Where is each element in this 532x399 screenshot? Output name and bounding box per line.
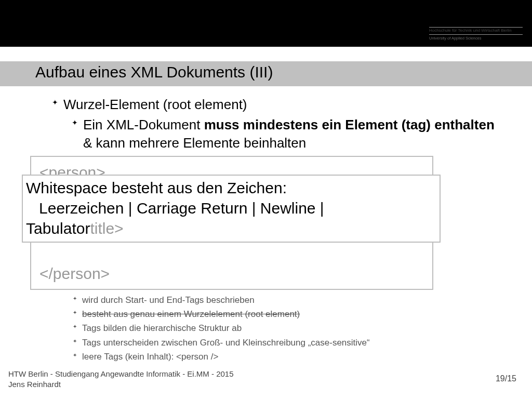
ws-line2: Leerzeichen | Carriage Return | Newline … (26, 198, 436, 218)
slide: htw Hochschule für Technik und Wirtschaf… (0, 0, 532, 399)
bullet-sub1-pre: Ein XML-Dokument (83, 117, 204, 132)
footer-line1: HTW Berlin - Studiengang Angewandte Info… (8, 369, 234, 379)
code-spacer3 (39, 243, 424, 263)
code-line-4: </person> (39, 263, 424, 284)
ws-line1: Whitespace besteht aus den Zeichen: (26, 178, 436, 198)
logo-dot-icon (455, 19, 458, 22)
bullet-sub1: Ein XML-Dokument muss mindestens ein Ele… (72, 116, 499, 152)
small-item-1: wird durch Start- und End-Tags beschrieb… (73, 293, 509, 307)
bullet-root-text: Wurzel-Element (root element) (63, 97, 247, 112)
ws-line3-text: Tabulator (26, 220, 90, 237)
bullet-root: Wurzel-Element (root element) (52, 96, 499, 114)
bullet-sub1-rest: & kann mehrere Elemente beinhalten (83, 135, 306, 151)
ws-line3-wrap: Tabulatortitle> (26, 218, 436, 238)
page-number: 19/15 (496, 374, 516, 383)
logo-sub2: University of Applied Sciences (429, 35, 523, 41)
htw-logo: htw Hochschule für Technik und Wirtschaf… (429, 9, 523, 41)
ws-line3-dim: title> (90, 220, 123, 237)
page-title: Aufbau eines XML Dokuments (III) (35, 63, 273, 81)
small-item-3: Tags bilden die hierarchische Struktur a… (73, 321, 509, 335)
logo-main: htw (429, 9, 523, 26)
logo-text: htw (429, 9, 453, 26)
bullet-sub1-bold: muss mindestens ein Element (tag) enthal… (204, 117, 495, 132)
content-area: Wurzel-Element (root element) Ein XML-Do… (52, 96, 499, 152)
small-bullet-list: wird durch Start- und End-Tags beschrieb… (73, 293, 509, 364)
small-item-5: leere Tags (kein Inhalt): <person /> (73, 350, 509, 364)
small-item-4: Tags unterscheiden zwischen Groß- und Kl… (73, 336, 509, 350)
footer-line2: Jens Reinhardt (8, 379, 234, 390)
footer: HTW Berlin - Studiengang Angewandte Info… (8, 369, 234, 390)
small-item-2: besteht aus genau einem Wurzelelement (r… (73, 307, 509, 321)
whitespace-box: Whitespace besteht aus den Zeichen: Leer… (22, 175, 441, 243)
logo-sub1: Hochschule für Technik und Wirtschaft Be… (429, 27, 523, 35)
